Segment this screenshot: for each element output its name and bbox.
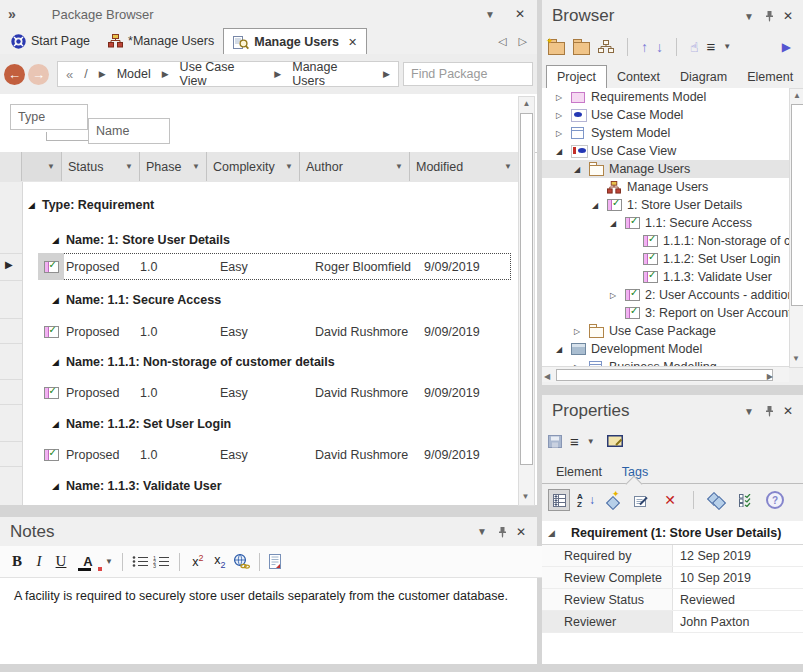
tab-context[interactable]: Context	[607, 66, 670, 88]
numbered-list-icon[interactable]: 123	[153, 555, 170, 568]
tab-scroll-right-icon[interactable]: ▷	[519, 35, 527, 48]
scroll-up-icon[interactable]: ▲	[790, 89, 803, 103]
group-row-name-1-1-3[interactable]: ◢ Name: 1.1.3: Validate User	[52, 477, 222, 494]
new-tag-icon[interactable]: ✦	[601, 489, 623, 511]
collapse-icon[interactable]: ◢	[52, 419, 59, 429]
expand-panel-icon[interactable]: ▶	[782, 40, 791, 54]
requirement-row[interactable]: ✓ Proposed 1.0 Easy David Rushmore 9/09/…	[0, 379, 518, 406]
tag-value[interactable]: John Paxton	[673, 611, 750, 632]
scroll-down-icon[interactable]: ▼	[790, 352, 802, 366]
breadcrumb-root-icon[interactable]: «	[66, 67, 73, 82]
collapse-icon[interactable]: ◢	[556, 345, 571, 354]
filter-arrow-icon[interactable]: ▼	[192, 162, 200, 171]
tree-item-requirements-model[interactable]: ▷ Requirements Model	[542, 88, 789, 106]
tree-item-req-1[interactable]: ◢ ✓ 1: Store User Details	[542, 196, 789, 214]
notes-text[interactable]: A facility is required to securely store…	[14, 589, 524, 603]
column-header-author[interactable]: Author ▼	[300, 152, 410, 181]
tree-item-req-1-1-3[interactable]: ✓ 1.1.3: Validate User	[542, 268, 789, 286]
tree-item-use-case-view[interactable]: ◢ Use Case View	[542, 142, 789, 160]
panel-dropdown-icon[interactable]: ▼	[477, 526, 487, 537]
collapse-icon[interactable]: ◢	[574, 165, 589, 174]
font-color-button[interactable]: A	[79, 554, 97, 569]
collapse-icon[interactable]: ◢	[52, 235, 59, 245]
column-header-icon[interactable]: ▼	[22, 152, 62, 181]
chevron-right-icon[interactable]: ▶	[99, 69, 106, 79]
scrollbar-thumb[interactable]	[791, 104, 803, 306]
move-up-icon[interactable]: ↑	[641, 39, 648, 55]
close-icon[interactable]: ✕	[516, 525, 526, 539]
column-header-phase[interactable]: Phase ▼	[140, 152, 207, 181]
group-row-name-1-1[interactable]: ◢ Name: 1.1: Secure Access	[52, 291, 221, 308]
checklist-icon[interactable]	[735, 489, 757, 511]
tree-item-system-model[interactable]: ▷ System Model	[542, 124, 789, 142]
tree-item-manage-users-package[interactable]: ◢ Manage Users	[542, 160, 789, 178]
scroll-down-icon[interactable]: ▼	[519, 490, 532, 504]
scroll-up-icon[interactable]: ▲	[519, 97, 534, 111]
pin-icon[interactable]	[497, 526, 508, 538]
breadcrumb-slash[interactable]: /	[84, 67, 87, 81]
collapse-icon[interactable]: ◢	[548, 528, 555, 538]
panel-dropdown-icon[interactable]: ▼	[485, 9, 495, 20]
tab-diagram[interactable]: Diagram	[670, 66, 737, 88]
properties-dialog-icon[interactable]	[607, 435, 623, 448]
tree-item-req-1-1[interactable]: ◢ ✓ 1.1: Secure Access	[542, 214, 789, 232]
scroll-left-icon[interactable]: ◀	[544, 370, 550, 384]
forward-button[interactable]: →	[28, 64, 49, 85]
tab-manage-users-diagram[interactable]: *Manage Users	[99, 29, 223, 54]
tab-manage-users-browser[interactable]: Manage Users ✕	[223, 28, 367, 55]
menu-dropdown-icon[interactable]: ▼	[723, 42, 731, 51]
group-row-name-1-1-2[interactable]: ◢ Name: 1.1.2: Set User Login	[52, 415, 231, 432]
tree-item-req-2[interactable]: ▷ ✓ 2: User Accounts - additional	[542, 286, 789, 304]
hamburger-menu-icon[interactable]: ≡	[707, 38, 716, 55]
requirement-row[interactable]: ✓ Proposed 1.0 Easy David Rushmore 9/09/…	[0, 318, 518, 345]
tag-row-reviewer[interactable]: Reviewer John Paxton	[542, 611, 803, 633]
tree-horizontal-scrollbar[interactable]: ◀ ▶	[542, 366, 789, 382]
close-icon[interactable]: ✕	[783, 404, 793, 418]
scrollbar-thumb[interactable]	[556, 369, 773, 381]
group-by-name-box[interactable]: Name	[88, 118, 170, 144]
breadcrumb-item-manage-users[interactable]: Manage Users	[292, 60, 372, 88]
tree-item-use-case-model[interactable]: ▷ Use Case Model	[542, 106, 789, 124]
new-package-icon[interactable]: ✦	[548, 42, 565, 55]
tags-icon[interactable]	[706, 489, 728, 511]
bullet-list-icon[interactable]	[132, 555, 149, 568]
tree-item-req-3[interactable]: ✓ 3: Report on User Account	[542, 304, 789, 322]
group-row-type-requirement[interactable]: ◢ Type: Requirement	[28, 196, 154, 213]
chevron-right-icon[interactable]: ▶	[383, 69, 390, 79]
italic-button[interactable]: I	[30, 553, 48, 570]
filter-arrow-icon[interactable]: ▼	[47, 162, 55, 171]
save-icon[interactable]	[548, 435, 562, 448]
tag-row-review-status[interactable]: Review Status Reviewed	[542, 589, 803, 611]
expand-icon[interactable]: ▷	[610, 291, 625, 300]
sort-alphabetical-icon[interactable]: AZ ↓	[577, 492, 594, 509]
delete-tag-icon[interactable]: ✕	[659, 489, 681, 511]
tag-value[interactable]: Reviewed	[673, 589, 735, 610]
help-icon[interactable]: ?	[764, 489, 786, 511]
expand-icon[interactable]: ▷	[574, 327, 589, 336]
menu-dropdown-icon[interactable]: ▼	[587, 437, 595, 446]
move-down-icon[interactable]: ↓	[656, 39, 663, 55]
package-structure-icon[interactable]	[598, 40, 614, 53]
pin-icon[interactable]	[764, 405, 775, 417]
expand-icon[interactable]: ▷	[556, 111, 571, 120]
tree-vertical-scrollbar[interactable]: ▲ ▼	[789, 88, 803, 368]
tab-start-page[interactable]: Start Page	[2, 29, 99, 54]
bold-button[interactable]: B	[8, 553, 26, 570]
column-header-status[interactable]: Status ▼	[62, 152, 140, 181]
superscript-button[interactable]: x2	[189, 553, 207, 569]
locate-element-icon[interactable]: ☝	[690, 39, 699, 55]
folder-icon[interactable]	[573, 42, 590, 55]
collapse-icon[interactable]: ◢	[28, 200, 35, 210]
tab-scroll-left-icon[interactable]: ◁	[498, 35, 506, 48]
tree-item-req-1-1-2[interactable]: ✓ 1.1.2: Set User Login	[542, 250, 789, 268]
font-color-dropdown-icon[interactable]: ▼	[105, 557, 113, 566]
pin-icon[interactable]	[764, 10, 775, 22]
subscript-button[interactable]: x2	[211, 553, 229, 570]
scrollbar-thumb[interactable]	[520, 113, 533, 465]
group-by-type-box[interactable]: Type	[10, 104, 88, 130]
grid-vertical-scrollbar[interactable]: ▲ ▼	[518, 96, 535, 506]
expand-icon[interactable]: ▷	[556, 93, 571, 102]
tree-item-development-model[interactable]: ◢ Development Model	[542, 340, 789, 358]
find-package-input[interactable]	[403, 62, 533, 86]
tag-group-header[interactable]: ◢ Requirement (1: Store User Details)	[542, 521, 803, 545]
